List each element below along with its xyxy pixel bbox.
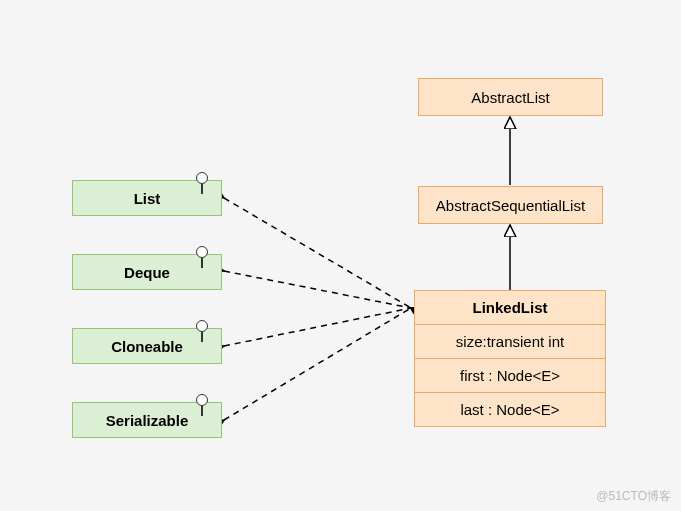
class-name: LinkedList: [415, 291, 605, 325]
lollipop-icon: [196, 246, 208, 258]
class-label: AbstractSequentialList: [436, 197, 585, 214]
interface-deque: Deque: [72, 254, 222, 290]
lollipop-stem: [201, 184, 203, 194]
class-linked-list: LinkedList size:transient int first : No…: [414, 290, 606, 427]
attr-first: first : Node<E>: [415, 359, 605, 393]
interface-list: List: [72, 180, 222, 216]
interface-label: List: [134, 190, 161, 207]
interface-cloneable: Cloneable: [72, 328, 222, 364]
lollipop-icon: [196, 394, 208, 406]
attr-last: last : Node<E>: [415, 393, 605, 426]
watermark: @51CTO博客: [596, 488, 671, 505]
interface-label: Deque: [124, 264, 170, 281]
svg-line-4: [224, 308, 411, 346]
lollipop-icon: [196, 320, 208, 332]
svg-line-5: [224, 308, 411, 420]
lollipop-stem: [201, 258, 203, 268]
uml-diagram: AbstractList AbstractSequentialList Link…: [0, 0, 681, 511]
interface-serializable: Serializable: [72, 402, 222, 438]
lollipop-icon: [196, 172, 208, 184]
interface-label: Serializable: [106, 412, 189, 429]
lollipop-stem: [201, 406, 203, 416]
class-abstract-sequential-list: AbstractSequentialList: [418, 186, 603, 224]
attr-size: size:transient int: [415, 325, 605, 359]
class-abstract-list: AbstractList: [418, 78, 603, 116]
class-label: AbstractList: [471, 89, 549, 106]
interface-label: Cloneable: [111, 338, 183, 355]
svg-line-3: [224, 271, 411, 308]
lollipop-stem: [201, 332, 203, 342]
svg-line-2: [224, 198, 411, 308]
